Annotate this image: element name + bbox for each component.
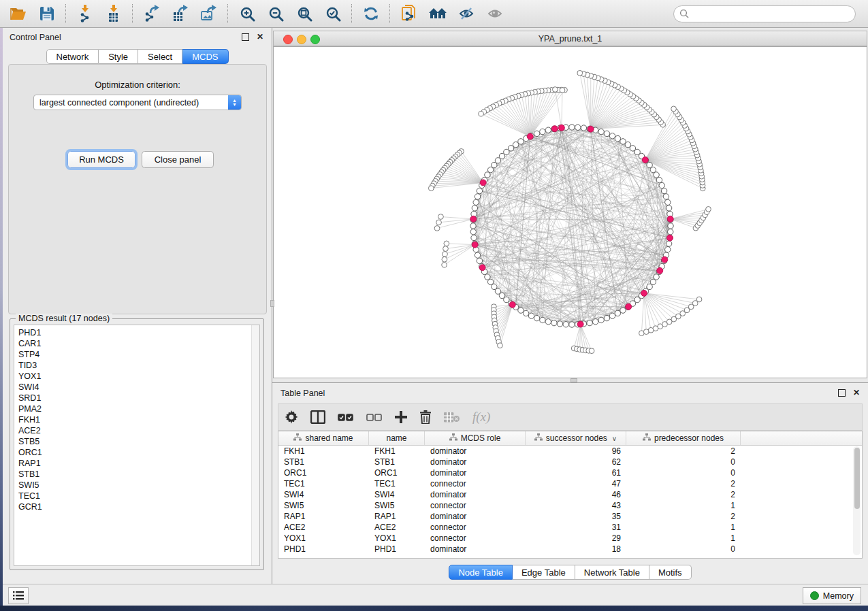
column-header-MCDS-role[interactable]: MCDS role [425, 431, 526, 445]
mcds-hub-node [480, 180, 486, 186]
column-header-successor-nodes[interactable]: successor nodes∨ [526, 431, 626, 445]
gear-icon[interactable] [285, 407, 298, 427]
cell-mcds_role: dominator [425, 457, 526, 467]
export-network-icon[interactable] [140, 3, 163, 24]
show-all-eye-icon[interactable] [483, 3, 507, 24]
mcds-result-item[interactable]: RAP1 [18, 458, 259, 469]
table-row[interactable]: TEC1TEC1connector472 [278, 478, 862, 489]
mcds-result-item[interactable]: YOX1 [18, 371, 259, 382]
import-table-icon[interactable] [102, 3, 125, 24]
mcds-result-item[interactable]: CAR1 [18, 338, 259, 349]
column-header-name[interactable]: name [369, 431, 425, 445]
open-file-icon[interactable] [7, 3, 30, 24]
export-image-icon[interactable] [197, 3, 221, 24]
table-row[interactable]: SWI4SWI4dominator462 [278, 489, 862, 500]
mcds-hub-node [509, 301, 515, 308]
mcds-result-item[interactable]: STP4 [18, 349, 259, 360]
mcds-result-item[interactable]: PMA2 [18, 403, 259, 414]
select-all-icon[interactable] [338, 407, 354, 427]
run-mcds-button[interactable]: Run MCDS [67, 151, 135, 168]
mcds-result-scrollbar[interactable] [251, 325, 259, 565]
tab-network[interactable]: Network [46, 49, 99, 64]
column-header-predecessor-nodes[interactable]: predecessor nodes [626, 431, 741, 445]
tab-network-table[interactable]: Network Table [575, 565, 649, 580]
tab-edge-table[interactable]: Edge Table [513, 565, 575, 580]
add-column-icon[interactable] [395, 407, 407, 427]
mcds-hub-node [527, 133, 533, 139]
mcds-result-item[interactable]: STB1 [18, 469, 259, 480]
search-input[interactable] [693, 6, 850, 21]
tab-mcds[interactable]: MCDS [182, 49, 228, 64]
mcds-result-item[interactable]: SWI4 [18, 382, 259, 393]
cell-predecessor_nodes: 2 [626, 512, 741, 521]
columns-icon[interactable] [310, 407, 325, 427]
search-box[interactable] [673, 5, 856, 22]
mcds-result-item[interactable]: FKH1 [18, 414, 259, 425]
tab-node-table[interactable]: Node Table [449, 565, 513, 580]
column-header-shared-name[interactable]: shared name [278, 431, 369, 445]
mcds-hub-node [641, 290, 647, 296]
mcds-result-item[interactable]: GCR1 [18, 501, 259, 512]
mcds-result-item[interactable]: ACE2 [18, 425, 259, 436]
status-bar: Memory [3, 584, 868, 606]
close-table-panel-icon[interactable]: ✕ [852, 388, 861, 397]
cell-shared_name: ORC1 [278, 468, 369, 478]
save-session-icon[interactable] [35, 3, 59, 24]
mcds-result-item[interactable]: PHD1 [18, 327, 259, 338]
table-scrollbar[interactable] [853, 446, 861, 555]
zoom-fit-icon[interactable] [293, 3, 316, 24]
table-row[interactable]: RAP1RAP1dominator352 [278, 511, 862, 522]
network-canvas[interactable] [273, 46, 867, 378]
hide-selected-eye-icon[interactable] [455, 3, 478, 24]
task-history-button[interactable] [8, 587, 29, 604]
table-row[interactable]: FKH1FKH1dominator962 [278, 446, 862, 457]
zoom-in-icon[interactable] [236, 3, 259, 24]
network-window-titlebar[interactable]: YPA_prune.txt_1 [273, 31, 867, 46]
houses-icon[interactable] [426, 3, 449, 24]
tab-style[interactable]: Style [99, 49, 138, 64]
deselect-all-icon[interactable]: >> [366, 407, 383, 427]
table-row[interactable]: ACE2ACE2connector311 [278, 522, 862, 533]
select-arrows-icon: ▲▼ [228, 95, 241, 110]
zoom-selected-icon[interactable] [321, 3, 344, 24]
network-graph[interactable] [274, 47, 867, 378]
splitter-handle-vertical[interactable] [270, 300, 274, 307]
copy-network-icon[interactable] [398, 3, 421, 24]
export-table-icon[interactable] [169, 3, 192, 24]
close-panel-button[interactable]: Close panel [142, 151, 214, 168]
cell-predecessor_nodes: 0 [626, 457, 741, 467]
desktop-wallpaper-bottom [0, 606, 868, 611]
memory-button[interactable]: Memory [803, 587, 861, 604]
cell-predecessor_nodes: 2 [626, 490, 741, 499]
network-window-title: YPA_prune.txt_1 [274, 34, 867, 44]
table-row[interactable]: PHD1PHD1dominator180 [278, 544, 862, 555]
import-network-icon[interactable] [74, 3, 97, 24]
zoom-out-icon[interactable] [264, 3, 287, 24]
hierarchy-icon [534, 433, 543, 443]
mcds-result-item[interactable]: SWI5 [18, 480, 259, 491]
mcds-result-item[interactable]: STB5 [18, 436, 259, 447]
table-row[interactable]: SWI5SWI5connector431 [278, 500, 862, 511]
mcds-hub-node [626, 303, 632, 310]
tab-select[interactable]: Select [138, 49, 182, 64]
float-panel-icon[interactable] [240, 32, 250, 42]
close-panel-icon[interactable]: ✕ [255, 32, 265, 42]
tab-motifs[interactable]: Motifs [649, 565, 692, 580]
main-toolbar [0, 0, 868, 28]
mcds-result-item[interactable]: SRD1 [18, 393, 259, 403]
delete-icon[interactable] [419, 407, 432, 427]
table-row[interactable]: ORC1ORC1dominator610 [278, 467, 862, 478]
cell-successor_nodes: 29 [526, 533, 626, 543]
float-table-panel-icon[interactable] [837, 388, 846, 397]
mcds-result-item[interactable]: ORC1 [18, 447, 259, 458]
refresh-icon[interactable] [359, 3, 383, 24]
table-row[interactable]: STB1STB1dominator620 [278, 457, 862, 467]
mcds-tab-content: Optimization criterion: largest connecte… [8, 64, 267, 314]
mcds-result-item[interactable]: TEC1 [18, 491, 259, 501]
cell-shared_name: STB1 [278, 457, 369, 467]
mcds-result-list[interactable]: PHD1CAR1STP4TID3YOX1SWI4SRD1PMA2FKH1ACE2… [14, 325, 260, 566]
mcds-result-item[interactable]: TID3 [18, 360, 259, 371]
criterion-select[interactable]: largest connected component (undirected)… [33, 95, 242, 110]
cytoscape-main-window: Control Panel ✕ NetworkStyleSelectMCDS O… [0, 0, 868, 611]
table-row[interactable]: YOX1YOX1connector291 [278, 533, 862, 544]
